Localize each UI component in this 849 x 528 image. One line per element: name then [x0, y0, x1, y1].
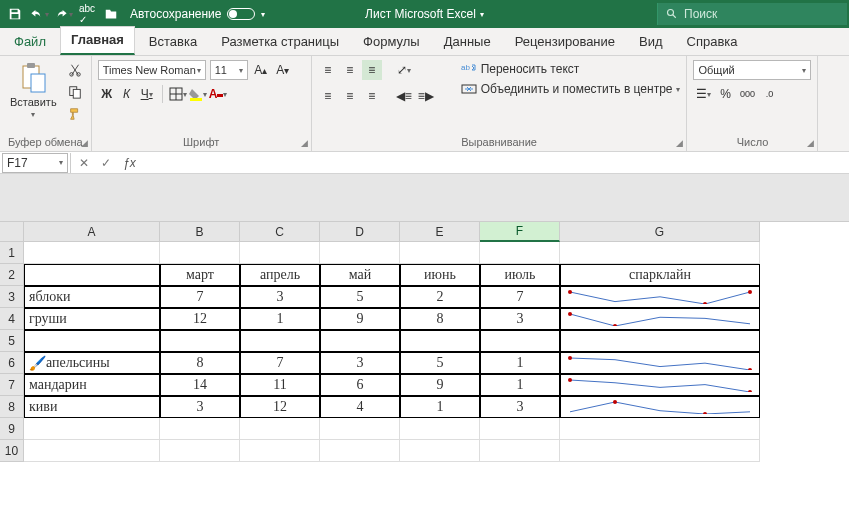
comma-style-icon[interactable]: 000	[737, 84, 757, 104]
col-header-E[interactable]: E	[400, 222, 480, 242]
format-painter-icon[interactable]	[65, 104, 85, 124]
grow-font-icon[interactable]: A▴	[252, 60, 270, 80]
wrap-text-button[interactable]: ab Переносить текст	[461, 62, 681, 76]
paste-button[interactable]: Вставить▾	[6, 60, 61, 121]
cell[interactable]	[400, 418, 480, 440]
sparkline-cell[interactable]	[560, 352, 760, 374]
number-format-select[interactable]: Общий▾	[693, 60, 811, 80]
cell[interactable]	[320, 242, 400, 264]
cell[interactable]	[240, 440, 320, 462]
cell[interactable]: 3	[240, 286, 320, 308]
cell[interactable]	[24, 330, 160, 352]
cell[interactable]: 3	[480, 308, 560, 330]
fx-icon[interactable]: ƒx	[123, 156, 136, 170]
cell[interactable]	[24, 264, 160, 286]
col-header-A[interactable]: A	[24, 222, 160, 242]
align-left-icon[interactable]: ≡	[318, 86, 338, 106]
tab-insert[interactable]: Вставка	[139, 29, 207, 55]
tab-home[interactable]: Главная	[60, 26, 135, 55]
fill-color-icon[interactable]: ▾	[189, 84, 207, 104]
cell[interactable]	[24, 440, 160, 462]
orientation-icon[interactable]: ⤢▾	[394, 60, 414, 80]
tab-layout[interactable]: Разметка страницы	[211, 29, 349, 55]
cell[interactable]	[24, 418, 160, 440]
tab-review[interactable]: Рецензирование	[505, 29, 625, 55]
currency-icon[interactable]: ☰▾	[693, 84, 713, 104]
cell[interactable]: спарклайн	[560, 264, 760, 286]
align-right-icon[interactable]: ≡	[362, 86, 382, 106]
align-bottom-icon[interactable]: ≡	[362, 60, 382, 80]
clipboard-launcher-icon[interactable]: ◢	[81, 138, 88, 148]
document-title[interactable]: Лист Microsoft Excel ▾	[365, 7, 484, 21]
cell[interactable]: 5	[320, 286, 400, 308]
font-size-select[interactable]: 11▾	[210, 60, 248, 80]
tab-view[interactable]: Вид	[629, 29, 673, 55]
cell[interactable]: мандарин	[24, 374, 160, 396]
align-center-icon[interactable]: ≡	[340, 86, 360, 106]
cell[interactable]	[320, 330, 400, 352]
increase-decimal-icon[interactable]: .0	[759, 84, 779, 104]
sparkline-cell[interactable]	[560, 330, 760, 352]
cell[interactable]	[160, 418, 240, 440]
cell[interactable]	[480, 242, 560, 264]
spreadsheet-grid[interactable]: ABCDEFG12мартапрельмайиюньиюльспарклайн3…	[0, 222, 849, 462]
cut-icon[interactable]	[65, 60, 85, 80]
cell[interactable]: 7	[240, 352, 320, 374]
redo-icon[interactable]: ▾	[52, 3, 74, 25]
copy-icon[interactable]	[65, 82, 85, 102]
cell[interactable]: май	[320, 264, 400, 286]
cell[interactable]: апрель	[240, 264, 320, 286]
cell[interactable]: 1	[480, 352, 560, 374]
row-header[interactable]: 6	[0, 352, 24, 374]
align-top-icon[interactable]: ≡	[318, 60, 338, 80]
font-color-icon[interactable]: А▾	[209, 84, 227, 104]
cell[interactable]: 8	[400, 308, 480, 330]
cell[interactable]	[400, 440, 480, 462]
cell[interactable]: 4	[320, 396, 400, 418]
undo-icon[interactable]: ▾	[28, 3, 50, 25]
row-header[interactable]: 9	[0, 418, 24, 440]
align-middle-icon[interactable]: ≡	[340, 60, 360, 80]
sparkline-cell[interactable]	[560, 308, 760, 330]
cell[interactable]: 7	[480, 286, 560, 308]
sparkline-cell[interactable]	[560, 286, 760, 308]
cell[interactable]	[160, 440, 240, 462]
col-header-G[interactable]: G	[560, 222, 760, 242]
row-header[interactable]: 8	[0, 396, 24, 418]
italic-button[interactable]: К	[118, 84, 136, 104]
sparkline-cell[interactable]	[560, 374, 760, 396]
col-header-C[interactable]: C	[240, 222, 320, 242]
cell[interactable]: 1	[400, 396, 480, 418]
underline-button[interactable]: Ч ▾	[138, 84, 156, 104]
font-launcher-icon[interactable]: ◢	[301, 138, 308, 148]
tab-file[interactable]: Файл	[4, 29, 56, 55]
alignment-launcher-icon[interactable]: ◢	[676, 138, 683, 148]
cell[interactable]	[400, 242, 480, 264]
cell[interactable]	[560, 418, 760, 440]
merge-center-button[interactable]: Объединить и поместить в центре ▾	[461, 82, 681, 96]
cell[interactable]: 9	[400, 374, 480, 396]
col-header-F[interactable]: F	[480, 222, 560, 242]
cell[interactable]	[480, 330, 560, 352]
cell[interactable]	[560, 242, 760, 264]
cell[interactable]	[560, 440, 760, 462]
percent-icon[interactable]: %	[715, 84, 735, 104]
cell[interactable]: яблоки	[24, 286, 160, 308]
row-header[interactable]: 3	[0, 286, 24, 308]
cell[interactable]: 12	[240, 396, 320, 418]
bold-button[interactable]: Ж	[98, 84, 116, 104]
cell[interactable]	[320, 418, 400, 440]
cell[interactable]: 1	[240, 308, 320, 330]
cell[interactable]: 3	[160, 396, 240, 418]
row-header[interactable]: 10	[0, 440, 24, 462]
cell[interactable]	[160, 242, 240, 264]
cell[interactable]: июль	[480, 264, 560, 286]
cell[interactable]: 🖌️апельсины	[24, 352, 160, 374]
cell[interactable]: груши	[24, 308, 160, 330]
spellcheck-icon[interactable]: abc✓	[76, 3, 98, 25]
cell[interactable]: 2	[400, 286, 480, 308]
increase-indent-icon[interactable]: ≡▶	[416, 86, 436, 106]
shrink-font-icon[interactable]: A▾	[274, 60, 292, 80]
cell[interactable]: 7	[160, 286, 240, 308]
autosave-toggle[interactable]: Автосохранение ▾	[130, 7, 265, 21]
